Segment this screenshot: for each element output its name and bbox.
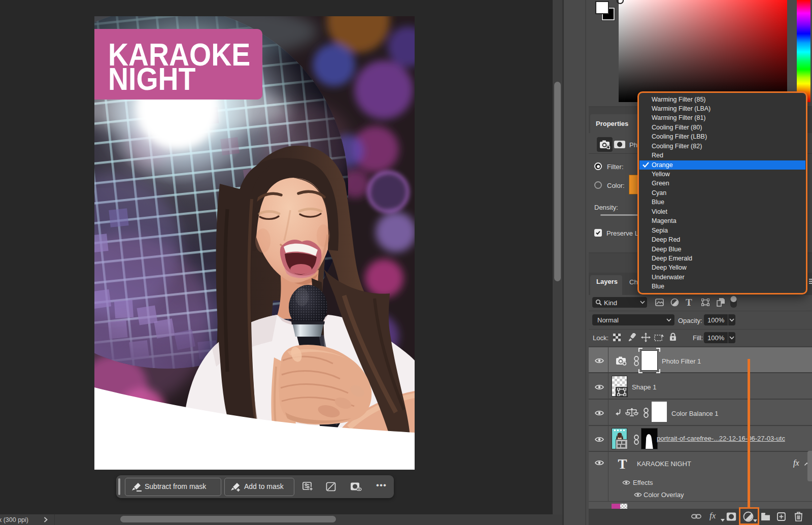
svg-text:NIGHT: NIGHT: [108, 61, 195, 97]
